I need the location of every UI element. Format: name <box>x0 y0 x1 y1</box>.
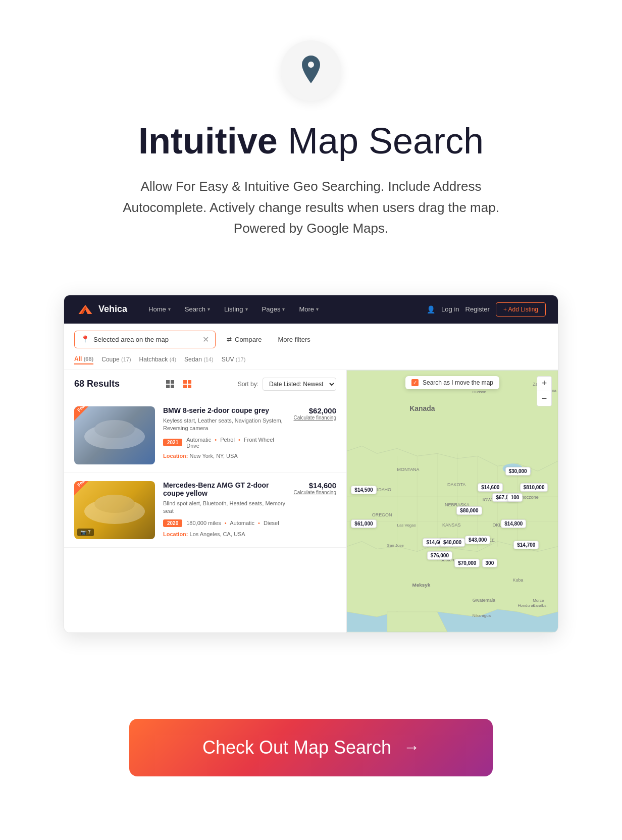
price-label[interactable]: $76,000 <box>427 551 452 560</box>
year-badge: 2020 <box>163 519 182 527</box>
nav-more[interactable]: More ▾ <box>293 301 325 317</box>
add-listing-button[interactable]: + Add Listing <box>496 302 546 317</box>
svg-text:Kuba: Kuba <box>512 578 523 583</box>
svg-text:Morze: Morze <box>533 598 544 603</box>
price-label[interactable]: $30,000 <box>505 467 531 476</box>
price-label[interactable]: $70,000 <box>454 559 480 567</box>
navbar: Vehica Home ▾ Search ▾ Listing ▾ Pages ▾… <box>64 295 558 324</box>
price-label[interactable]: 300 <box>482 559 498 567</box>
car-features: Keyless start, Leather seats, Navigation… <box>163 417 286 433</box>
price-label[interactable]: $14,700 <box>513 541 539 549</box>
price-label[interactable]: $40,000 <box>440 538 465 547</box>
price-label[interactable]: 100 <box>507 493 523 502</box>
cta-section: Check Out Map Search → <box>0 689 622 817</box>
svg-text:MONTANA: MONTANA <box>397 467 420 472</box>
svg-rect-0 <box>166 380 170 384</box>
filter-tab-suv[interactable]: SUV (17) <box>222 355 246 364</box>
filter-tab-sedan[interactable]: Sedan (14) <box>184 355 214 364</box>
svg-rect-2 <box>166 385 170 388</box>
app-screenshot: Vehica Home ▾ Search ▾ Listing ▾ Pages ▾… <box>64 295 558 633</box>
nav-items: Home ▾ Search ▾ Listing ▾ Pages ▾ More ▾ <box>142 301 427 317</box>
location-icon-circle <box>281 40 341 101</box>
map-controls: + − <box>537 376 552 406</box>
search-as-move-label: Search as I move the map <box>423 379 493 386</box>
svg-text:DAKOTA: DAKOTA <box>447 482 465 487</box>
price-label[interactable]: $43,000 <box>465 536 490 544</box>
hero-section: Intuitive Map Search Allow For Easy & In… <box>0 0 622 270</box>
chevron-down-icon: ▾ <box>208 306 210 312</box>
zoom-out-button[interactable]: − <box>537 391 552 406</box>
filter-tab-all[interactable]: All (68) <box>74 354 93 364</box>
svg-rect-7 <box>188 385 191 388</box>
car-card-bmw: Featured BMW 8-serie 2-door coupe grey K… <box>64 398 346 473</box>
search-input[interactable]: Selected area on the map <box>93 336 198 343</box>
svg-marker-16 <box>387 612 447 632</box>
location-pin-icon <box>298 56 324 86</box>
login-link[interactable]: Log in <box>441 305 459 313</box>
price-label[interactable]: $810,000 <box>520 483 548 492</box>
svg-text:Kanada: Kanada <box>409 404 435 412</box>
clear-search-icon[interactable]: ✕ <box>202 335 209 344</box>
chevron-down-icon: ▾ <box>168 306 171 312</box>
svg-text:Nikaragua: Nikaragua <box>473 613 491 618</box>
map-svg: Kanada MONTANA IDAHO OREGON DAKOTA NEBRA… <box>347 370 558 633</box>
camera-icon: 📷 <box>80 530 86 535</box>
price-label[interactable]: $14,500 <box>351 486 376 494</box>
more-filters-button[interactable]: More filters <box>273 333 315 346</box>
nav-search[interactable]: Search ▾ <box>179 301 216 317</box>
svg-rect-4 <box>183 380 187 384</box>
main-content: 68 Results <box>64 370 558 633</box>
price-label[interactable]: $14,800 <box>501 519 526 528</box>
bullet-icon: • <box>238 437 240 443</box>
compare-button[interactable]: ⇄ Compare <box>222 333 267 346</box>
zoom-in-button[interactable]: + <box>537 376 552 391</box>
car-title[interactable]: Mercedes-Benz AMG GT 2-door coupe yellow <box>163 481 286 497</box>
car-tags: 2020 180,000 miles • Automatic • Diesel <box>163 519 286 527</box>
svg-text:Las Vegas: Las Vegas <box>397 523 416 528</box>
map-area[interactable]: Kanada MONTANA IDAHO OREGON DAKOTA NEBRA… <box>347 370 558 633</box>
car-specs: Automatic • Petrol • Front Wheel Drive <box>186 437 285 449</box>
nav-pages[interactable]: Pages ▾ <box>256 301 291 317</box>
car-tags: 2021 Automatic • Petrol • Front Wheel Dr… <box>163 437 286 449</box>
car-features: Blind spot alert, Bluetooth, Heated seat… <box>163 500 286 515</box>
hero-title: Intuitive Map Search <box>138 121 484 161</box>
filter-tab-hatchback[interactable]: Hatchback (4) <box>139 355 177 364</box>
car-location: Location: Los Angeles, CA, USA <box>163 531 286 537</box>
nav-home[interactable]: Home ▾ <box>142 301 177 317</box>
car-info-bmw: BMW 8-serie 2-door coupe grey Keyless st… <box>163 406 286 464</box>
svg-text:Hudson: Hudson <box>473 390 486 394</box>
favorite-icon[interactable]: ☆ <box>329 481 336 491</box>
location-dot-icon: 📍 <box>81 335 89 343</box>
car-image-wrap: Featured <box>74 406 155 464</box>
brand-name: Vehica <box>98 304 127 314</box>
chevron-down-icon: ▾ <box>245 306 248 312</box>
chevron-down-icon: ▾ <box>316 306 319 312</box>
list-view-icon[interactable] <box>180 377 194 391</box>
svg-point-9 <box>94 420 135 438</box>
svg-point-11 <box>94 495 135 513</box>
car-title[interactable]: BMW 8-serie 2-door coupe grey <box>163 406 286 414</box>
year-badge: 2021 <box>163 439 182 446</box>
register-link[interactable]: Register <box>465 305 490 313</box>
price-label[interactable]: $61,000 <box>351 519 376 528</box>
car-image-bmw: Featured <box>74 406 155 464</box>
grid-view-icon[interactable] <box>163 377 177 391</box>
nav-listing[interactable]: Listing ▾ <box>218 301 254 317</box>
car-info-mercedes: Mercedes-Benz AMG GT 2-door coupe yellow… <box>163 481 286 539</box>
search-checkbox-icon: ✓ <box>411 379 419 386</box>
svg-rect-1 <box>171 380 174 384</box>
sort-dropdown[interactable]: Date Listed: Newest <box>263 378 336 391</box>
price-label[interactable]: $14,600 <box>478 483 503 492</box>
cta-arrow-icon: → <box>403 738 420 757</box>
navbar-right: 👤 Log in Register + Add Listing <box>427 302 546 317</box>
search-input-wrap[interactable]: 📍 Selected area on the map ✕ <box>74 331 216 348</box>
favorite-icon[interactable]: ☆ <box>329 406 336 416</box>
bullet-icon: • <box>258 520 260 526</box>
svg-text:KANSAS: KANSAS <box>442 522 460 528</box>
search-as-move-toggle[interactable]: ✓ Search as I move the map <box>405 376 499 389</box>
cta-button[interactable]: Check Out Map Search → <box>129 719 493 776</box>
left-panel: 68 Results <box>64 370 347 633</box>
filter-tab-coupe[interactable]: Coupe (17) <box>101 355 131 364</box>
price-label[interactable]: $80,000 <box>456 506 482 515</box>
svg-text:IDAHO: IDAHO <box>377 487 391 492</box>
